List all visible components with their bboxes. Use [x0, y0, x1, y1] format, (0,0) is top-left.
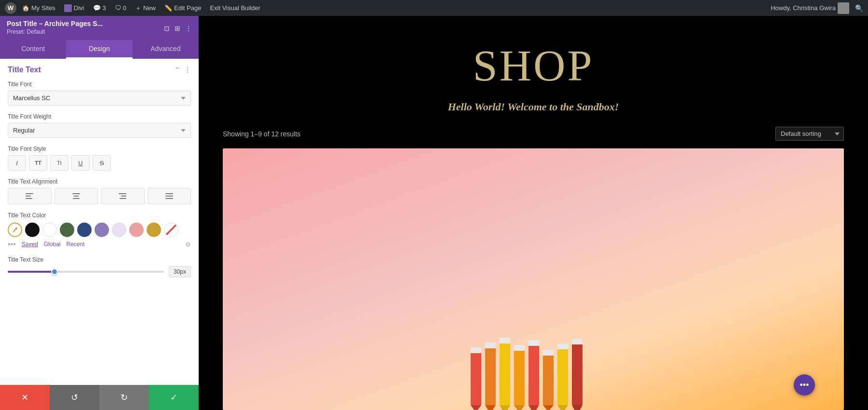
- panel-preset: Preset: Default: [7, 27, 103, 37]
- slider-thumb[interactable]: [51, 268, 58, 275]
- panel-pin-icon[interactable]: ⊡: [164, 25, 170, 32]
- tab-content[interactable]: Content: [0, 40, 66, 59]
- title-font-select[interactable]: Marcellus SC: [8, 91, 191, 106]
- title-font-label: Title Font: [8, 81, 191, 88]
- alignment-buttons: [8, 188, 191, 204]
- color-swatch-gold[interactable]: [147, 223, 161, 237]
- color-more-btn[interactable]: •••: [8, 240, 16, 249]
- font-style-italic-btn[interactable]: I: [8, 155, 26, 171]
- section-more-icon[interactable]: ⋮: [184, 66, 191, 74]
- svg-rect-18: [485, 343, 496, 348]
- panel-tabs: Content Design Advanced: [0, 40, 199, 59]
- color-tabs-row: ••• Saved Global Recent ⚙: [8, 240, 191, 249]
- svg-rect-30: [543, 350, 554, 356]
- color-swatch-white[interactable]: [42, 223, 57, 237]
- color-tab-recent[interactable]: Recent: [67, 241, 85, 248]
- admin-bar-mysites[interactable]: 🏠 My Sites: [19, 4, 58, 12]
- main-layout: Post Title – Archive Pages S... Preset: …: [0, 16, 868, 410]
- left-panel: Post Title – Archive Pages S... Preset: …: [0, 16, 199, 410]
- title-text-size-group: Title Text Size 30px: [8, 256, 191, 278]
- svg-rect-25: [529, 340, 539, 405]
- panel-header: Post Title – Archive Pages S... Preset: …: [0, 16, 199, 40]
- color-picker-btn[interactable]: [8, 223, 22, 237]
- font-style-smallcaps2-btn[interactable]: Tt: [50, 155, 68, 171]
- slider-fill: [8, 271, 54, 273]
- title-text-size-label: Title Text Size: [8, 256, 191, 263]
- svg-rect-1: [26, 196, 31, 197]
- slider-row: 30px: [8, 266, 191, 278]
- svg-rect-36: [572, 339, 583, 344]
- svg-rect-5: [73, 198, 80, 199]
- cancel-button[interactable]: ✕: [0, 385, 50, 410]
- svg-rect-19: [500, 338, 510, 405]
- svg-rect-7: [121, 196, 126, 197]
- fab-button[interactable]: •••: [794, 374, 815, 396]
- panel-menu-icon[interactable]: ⋮: [185, 25, 192, 32]
- svg-marker-29: [543, 405, 554, 410]
- align-center-btn[interactable]: [54, 188, 98, 204]
- panel-content: Title Text ⌃ ⋮ Title Font Marcellus SC T…: [0, 59, 199, 385]
- svg-rect-10: [165, 196, 173, 197]
- admin-bar-left: W 🏠 My Sites Divi 💬 3 🗨 0 ＋ New ✏️ Edit …: [5, 2, 263, 14]
- wp-logo-icon[interactable]: W: [5, 2, 16, 14]
- admin-bar-comment-count[interactable]: 🗨 0: [112, 4, 129, 12]
- color-tab-saved[interactable]: Saved: [22, 241, 38, 248]
- tab-advanced[interactable]: Advanced: [133, 40, 199, 59]
- shop-title: SHOP: [473, 40, 594, 91]
- color-swatch-black[interactable]: [25, 223, 40, 237]
- title-font-style-group: Title Font Style I TT Tt U S: [8, 145, 191, 171]
- svg-rect-31: [557, 344, 568, 405]
- title-font-style-label: Title Font Style: [8, 145, 191, 152]
- font-style-underline-btn[interactable]: U: [71, 155, 90, 171]
- admin-bar-new[interactable]: ＋ New: [132, 4, 159, 13]
- font-style-smallcaps1-btn[interactable]: TT: [29, 155, 47, 171]
- undo-button[interactable]: ↺: [50, 385, 99, 410]
- svg-marker-35: [572, 405, 583, 410]
- color-tab-global[interactable]: Global: [44, 241, 61, 248]
- admin-bar-search-icon[interactable]: 🔍: [855, 4, 863, 12]
- admin-bar-exit-builder[interactable]: Exit Visual Builder: [207, 4, 263, 12]
- color-swatch-lavender[interactable]: [112, 223, 126, 237]
- admin-bar-comments[interactable]: 💬 3: [90, 4, 109, 12]
- align-left-btn[interactable]: [8, 188, 52, 204]
- color-swatch-purple[interactable]: [95, 223, 109, 237]
- svg-rect-28: [543, 350, 554, 405]
- title-text-alignment-label: Title Text Alignment: [8, 178, 191, 185]
- color-swatch-blue[interactable]: [77, 223, 92, 237]
- svg-marker-26: [529, 405, 539, 410]
- align-justify-btn[interactable]: [148, 188, 191, 204]
- panel-grid-icon[interactable]: ⊞: [175, 25, 180, 32]
- save-button[interactable]: ✓: [149, 385, 199, 410]
- slider-value: 30px: [169, 266, 191, 278]
- section-header-icons: ⌃ ⋮: [175, 66, 191, 74]
- admin-bar-edit-page[interactable]: ✏️ Edit Page: [162, 4, 204, 12]
- slider-track[interactable]: [8, 271, 164, 273]
- shop-meta-row: Showing 1–9 of 12 results Default sortin…: [199, 127, 868, 141]
- tab-design[interactable]: Design: [66, 40, 132, 59]
- panel-header-icons: ⊡ ⊞ ⋮: [164, 25, 192, 32]
- admin-bar-user[interactable]: Howdy, Christina Gwira: [768, 2, 852, 14]
- title-font-weight-select[interactable]: Regular: [8, 123, 191, 138]
- color-swatch-green[interactable]: [60, 223, 74, 237]
- canvas-area: SHOP Hello World! Welcome to the Sandbox…: [199, 16, 868, 410]
- svg-point-12: [15, 227, 17, 229]
- svg-rect-2: [26, 198, 32, 199]
- svg-rect-3: [72, 193, 80, 194]
- section-header: Title Text ⌃ ⋮: [8, 66, 191, 74]
- shop-subtitle: Hello World! Welcome to the Sandbox!: [448, 101, 619, 113]
- svg-marker-20: [500, 405, 510, 410]
- color-swatch-clear[interactable]: [164, 223, 178, 237]
- admin-bar-divi[interactable]: Divi: [61, 4, 87, 12]
- align-right-btn[interactable]: [101, 188, 145, 204]
- section-collapse-icon[interactable]: ⌃: [175, 66, 180, 74]
- product-preview: •••: [223, 148, 844, 410]
- redo-button[interactable]: ↻: [99, 385, 149, 410]
- color-swatch-pink[interactable]: [129, 223, 144, 237]
- font-style-strikethrough-btn[interactable]: S: [93, 155, 111, 171]
- sort-select[interactable]: Default sorting Sort by popularity Sort …: [775, 127, 844, 141]
- color-settings-icon[interactable]: ⚙: [185, 241, 191, 248]
- svg-rect-11: [165, 198, 173, 199]
- svg-rect-8: [120, 198, 126, 199]
- pencils-illustration: [461, 333, 606, 410]
- title-text-color-label: Title Text Color: [8, 212, 191, 219]
